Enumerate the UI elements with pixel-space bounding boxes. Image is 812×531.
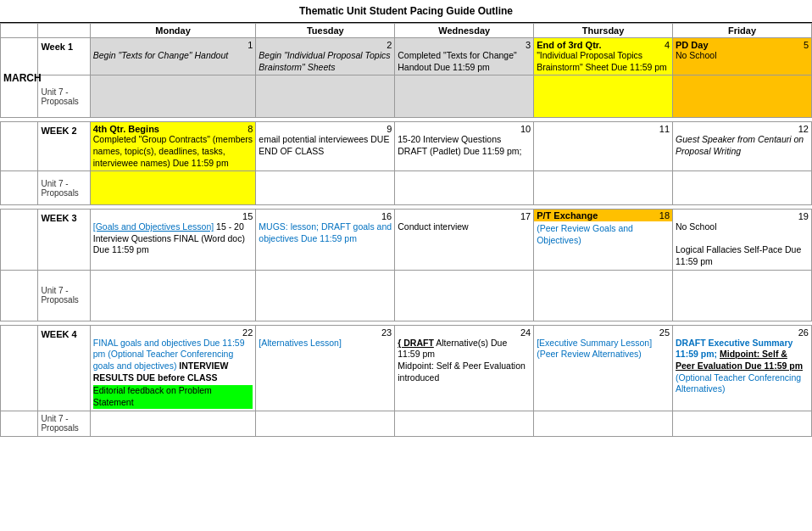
week4-wednesday: 24 { DRAFT Alternative(s) Due 11:59 pmMi… (395, 325, 534, 411)
week2-wednesday: 10 15-20 Interview Questions DRAFT (Padl… (395, 122, 534, 171)
week2-friday: 12 Guest Speaker from Centauri on Propos… (673, 122, 812, 171)
week1-wednesday: 3 Completed "Texts for Change" Handout D… (395, 38, 534, 75)
week3-wednesday: 17 Conduct interview (395, 210, 534, 271)
week3-monday: 15 [Goals and Objectives Lesson] 15 - 20… (90, 210, 256, 271)
title-bar: Thematic Unit Student Pacing Guide Outli… (0, 0, 812, 23)
week4-day-row: WEEK 4 22 FINAL goals and objectives Due… (1, 325, 812, 411)
week2-march-empty (1, 122, 38, 171)
week4-label: WEEK 4 (38, 325, 90, 411)
week3-tue-extra (256, 270, 395, 321)
week2-unit-row: Unit 7 -Proposals (1, 171, 812, 205)
week3-thu-header: P/T Exchange (537, 210, 598, 221)
week3-day-row: WEEK 3 15 [Goals and Objectives Lesson] … (1, 210, 812, 271)
col-header-thursday: Thursday (534, 24, 673, 38)
week4-monday: 22 FINAL goals and objectives Due 11:59 … (90, 325, 256, 411)
week4-thursday: 25 [Executive Summary Lesson] (Peer Revi… (534, 325, 673, 411)
week1-day-row: MARCH Week 1 1 Begin "Texts for Change" … (1, 38, 812, 75)
week2-thursday: 11 (534, 122, 673, 171)
week1-tue-extra (256, 75, 395, 118)
week1-thu-header: End of 3rd Qtr. (537, 40, 601, 50)
col-header-empty2 (38, 24, 90, 38)
week3-march-empty2 (1, 270, 38, 321)
week3-label: WEEK 3 (38, 210, 90, 271)
week4-tue-extra (256, 411, 395, 436)
week2-tue-extra (256, 171, 395, 205)
week2-thu-extra (534, 171, 673, 205)
col-header-tuesday: Tuesday (256, 24, 395, 38)
week1-label: Week 1 (38, 38, 90, 75)
week2-tuesday: 9 email potential interviewees DUE END O… (256, 122, 395, 171)
week3-thursday: P/T Exchange 18 (Peer Review Goals and O… (534, 210, 673, 271)
week4-unit-row: Unit 7 -Proposals (1, 411, 812, 436)
week4-march-empty (1, 325, 38, 411)
page-title: Thematic Unit Student Pacing Guide Outli… (299, 5, 513, 17)
week1-unit-label: Unit 7 -Proposals (38, 75, 90, 118)
week2-label: WEEK 2 (38, 122, 90, 171)
week1-monday: 1 Begin "Texts for Change" Handout (90, 38, 256, 75)
march-label: MARCH (1, 38, 38, 118)
week4-wed-extra (395, 411, 534, 436)
week2-march-empty2 (1, 171, 38, 205)
week4-friday: 26 DRAFT Executive Summary 11:59 pm; Mid… (673, 325, 812, 411)
col-header-friday: Friday (673, 24, 812, 38)
week4-tuesday: 23 [Alternatives Lesson] (256, 325, 395, 411)
week3-friday: 19 No School Logical Fallacies Self-Pace… (673, 210, 812, 271)
week1-fri-header: PD Day (676, 40, 709, 50)
week2-mon-extra (90, 171, 256, 205)
week2-wed-extra (395, 171, 534, 205)
week3-mon-extra (90, 270, 256, 321)
col-header-monday: Monday (90, 24, 256, 38)
week4-unit-label: Unit 7 -Proposals (38, 411, 90, 436)
week2-monday: 4th Qtr. Begins 8 Completed "Group Contr… (90, 122, 256, 171)
week4-fri-extra (673, 411, 812, 436)
week1-unit-row: Unit 7 -Proposals (1, 75, 812, 118)
week2-unit-label: Unit 7 -Proposals (38, 171, 90, 205)
week1-wed-extra (395, 75, 534, 118)
week2-day-row: WEEK 2 4th Qtr. Begins 8 Completed "Grou… (1, 122, 812, 171)
week3-fri-extra (673, 270, 812, 321)
col-header-wednesday: Wednesday (395, 24, 534, 38)
week3-march-empty (1, 210, 38, 271)
week1-mon-extra (90, 75, 256, 118)
week1-fri-extra (673, 75, 812, 118)
week2-mon-header: 4th Qtr. Begins (93, 124, 159, 134)
week3-unit-label: Unit 7 -Proposals (38, 270, 90, 321)
week4-thu-extra (534, 411, 673, 436)
week1-thursday: End of 3rd Qtr. 4 "Individual Proposal T… (534, 38, 673, 75)
week2-fri-extra (673, 171, 812, 205)
week4-march-empty2 (1, 411, 38, 436)
week1-friday: PD Day 5 No School (673, 38, 812, 75)
week1-thu-extra (534, 75, 673, 118)
week4-mon-extra (90, 411, 256, 436)
week1-tuesday: 2 Begin "Individual Proposal Topics Brai… (256, 38, 395, 75)
week3-thu-extra (534, 270, 673, 321)
col-header-empty1 (1, 24, 38, 38)
week3-wed-extra (395, 270, 534, 321)
week3-unit-row: Unit 7 -Proposals (1, 270, 812, 321)
week3-tuesday: 16 MUGS: lesson; DRAFT goals and objecti… (256, 210, 395, 271)
